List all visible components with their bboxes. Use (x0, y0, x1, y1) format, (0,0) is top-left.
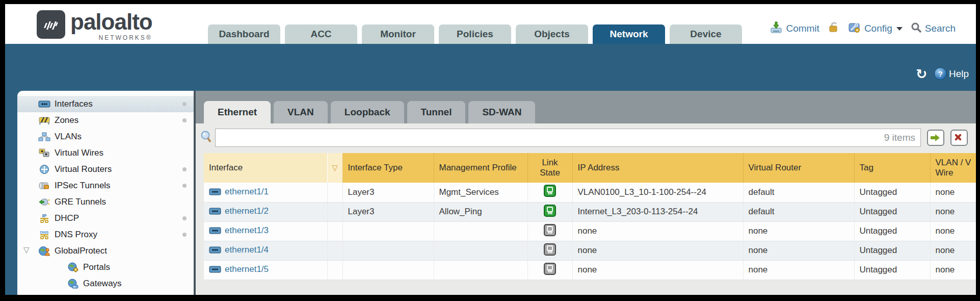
sidebar-label: Portals (83, 262, 110, 272)
dhcp-icon: IP (38, 213, 51, 223)
config-label: Config (864, 23, 892, 34)
gre-tunnels-icon (38, 198, 51, 206)
cell-vlan: none (930, 221, 976, 241)
subtab-ethernet[interactable]: Ethernet (204, 101, 271, 123)
sidebar-item-interfaces[interactable]: Interfaces (17, 96, 194, 112)
sidebar-item-virtual-wires[interactable]: Virtual Wires (17, 145, 194, 161)
config-icon (848, 21, 861, 36)
ethernet-port-icon (209, 227, 221, 234)
link-state-icon[interactable] (543, 184, 557, 200)
cell-type: Layer3 (342, 202, 434, 221)
commit-button[interactable]: Commit (770, 21, 819, 36)
ethernet-port-icon (209, 188, 221, 195)
sidebar-item-gre-tunnels[interactable]: GRE Tunnels (17, 194, 194, 210)
link-state-icon[interactable] (543, 262, 557, 278)
logo-text: paloalto NETWORKS® (70, 10, 152, 41)
subtab-vlan[interactable]: VLAN (274, 101, 328, 123)
clear-filter-button[interactable] (950, 130, 968, 146)
tab-policies[interactable]: Policies (439, 24, 511, 44)
spacer-cell (327, 183, 342, 202)
interface-link[interactable]: ethernet1/2 (209, 206, 269, 216)
sidebar-item-ipsec-tunnels[interactable]: IPSec Tunnels (17, 178, 194, 194)
sidebar-item-globalprotect[interactable]: ▽ GlobalProtect (17, 243, 194, 259)
tab-acc[interactable]: ACC (285, 24, 357, 44)
interface-link[interactable]: ethernet1/1 (209, 187, 269, 197)
refresh-icon[interactable]: ↻ (916, 68, 927, 80)
tab-objects[interactable]: Objects (516, 24, 588, 44)
interface-link[interactable]: ethernet1/5 (209, 264, 269, 274)
cell-vr: none (743, 221, 854, 241)
virtual-wires-icon (38, 148, 51, 158)
table-row-ethernet1-2[interactable]: ethernet1/2 Layer3 Allow_Ping Internet_L… (204, 202, 976, 221)
config-menu[interactable]: Config (848, 21, 903, 36)
sidebar-item-partial[interactable] (17, 292, 194, 295)
tab-device[interactable]: Device (670, 24, 742, 44)
filter-magnifier-icon (200, 130, 212, 145)
col-virtual-router[interactable]: Virtual Router (743, 153, 854, 183)
link-state-icon[interactable] (543, 243, 557, 259)
col-interface[interactable]: Interface (204, 153, 327, 183)
help-button[interactable]: ? Help (934, 67, 969, 80)
sidebar-item-virtual-routers[interactable]: Virtual Routers (17, 161, 194, 178)
search-label: Search (925, 23, 956, 34)
sidebar-item-vlans[interactable]: VLANs (17, 129, 194, 145)
table-row-ethernet1-4[interactable]: ethernet1/4 none none Untagged none (204, 241, 976, 260)
interfaces-table-container: Interface ▽ Interface Type Management Pr… (204, 153, 976, 280)
tab-monitor[interactable]: Monitor (362, 24, 434, 44)
green-arrow-icon (931, 136, 935, 139)
spacer-cell (327, 260, 342, 280)
sidebar-item-zones[interactable]: Zones (17, 112, 194, 129)
sidebar-label: GlobalProtect (55, 246, 107, 256)
main-panel: Ethernet VLAN Loopback Tunnel SD-WAN 9 i… (196, 91, 976, 295)
subtab-tunnel[interactable]: Tunnel (407, 101, 466, 123)
cell-profile: Mgmt_Services (434, 183, 527, 202)
col-management-profile[interactable]: Management Profile (434, 153, 527, 183)
filter-input[interactable] (216, 129, 920, 146)
table-row-ethernet1-1[interactable]: ethernet1/1 Layer3 Mgmt_Services VLAN010… (204, 183, 976, 202)
col-link-state[interactable]: Link State (527, 153, 572, 183)
sidebar-item-dns-proxy[interactable]: DNS DNS Proxy (17, 227, 194, 243)
search-icon (911, 22, 922, 35)
cell-ip: none (572, 241, 743, 260)
sidebar-label: Virtual Routers (55, 164, 112, 174)
cell-type (342, 260, 434, 280)
subtab-sdwan[interactable]: SD-WAN (468, 101, 535, 123)
cell-type: Layer3 (342, 183, 434, 202)
subtab-loopback[interactable]: Loopback (331, 101, 404, 123)
interface-link[interactable]: ethernet1/3 (209, 225, 269, 236)
col-vlan-virtual-wire[interactable]: VLAN / V Wire (930, 153, 976, 183)
sidebar-item-portals[interactable]: Portals (17, 259, 194, 275)
cell-vlan: none (930, 260, 976, 280)
table-row-ethernet1-3[interactable]: ethernet1/3 none none Untagged none (204, 221, 976, 241)
interface-link[interactable]: ethernet1/4 (209, 245, 269, 255)
brand-subtitle: NETWORKS® (70, 34, 152, 41)
sidebar-label: Gateways (83, 279, 122, 289)
ethernet-port-icon (209, 208, 221, 215)
interfaces-table: Interface ▽ Interface Type Management Pr… (204, 153, 976, 280)
col-interface-type[interactable]: Interface Type (342, 153, 434, 183)
table-row-ethernet1-5[interactable]: ethernet1/5 none none Untagged none (204, 260, 976, 280)
zones-icon (38, 116, 51, 124)
top-bar: paloalto NETWORKS® Dashboard ACC Monitor… (5, 4, 976, 44)
col-sort-dropdown[interactable]: ▽ (327, 153, 342, 183)
col-ip-address[interactable]: IP Address (572, 153, 743, 183)
link-state-icon[interactable] (543, 223, 557, 239)
filter-input-wrap: 9 items (215, 129, 921, 147)
link-state-icon[interactable] (543, 204, 557, 220)
dns-proxy-icon: DNS (38, 230, 51, 240)
tab-dashboard[interactable]: Dashboard (208, 24, 280, 44)
tab-network[interactable]: Network (593, 24, 665, 44)
lock-icon[interactable] (828, 21, 840, 36)
apply-filter-button[interactable] (927, 130, 944, 146)
expander-triangle-icon[interactable]: ▽ (23, 245, 30, 255)
search-button[interactable]: Search (911, 22, 956, 35)
col-tag[interactable]: Tag (854, 153, 930, 183)
sidebar-item-dhcp[interactable]: IP DHCP (17, 210, 194, 227)
vlans-icon (38, 132, 51, 141)
network-sidebar: Interfaces Zones VLANs Virtual Wires (17, 91, 194, 295)
ethernet-port-icon (209, 266, 221, 273)
sidebar-item-gateways[interactable]: Gateways (17, 275, 194, 292)
sidebar-label: VLANs (55, 132, 82, 142)
sidebar-label: GRE Tunnels (55, 197, 106, 207)
spacer-cell (327, 202, 342, 221)
